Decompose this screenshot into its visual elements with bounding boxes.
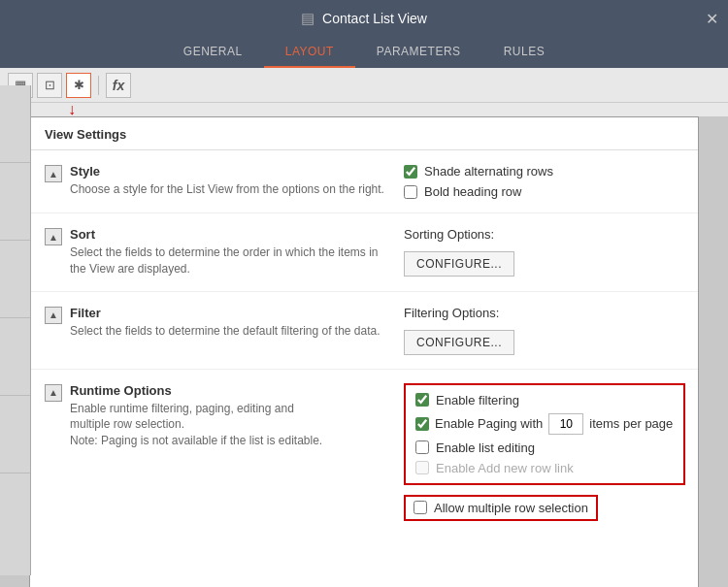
sort-right: Sorting Options: CONFIGURE... <box>394 227 683 277</box>
filter-collapse-button[interactable]: ▲ <box>45 307 62 324</box>
bold-heading-label: Bold heading row <box>424 184 521 199</box>
style-description: Choose a style for the List View from th… <box>70 181 394 198</box>
style-right: Shade alternating rows Bold heading row <box>394 164 683 199</box>
style-collapse-button[interactable]: ▲ <box>45 165 62 182</box>
enable-paging-row: Enable Paging with items per page <box>415 413 674 435</box>
enable-filtering-row: Enable filtering <box>415 393 674 408</box>
fx-button[interactable]: fx <box>106 73 131 98</box>
enable-list-editing-checkbox[interactable] <box>415 440 429 454</box>
filter-right: Filtering Options: CONFIGURE... <box>394 306 683 355</box>
runtime-label-group: Runtime Options Enable runtime filtering… <box>70 383 394 449</box>
sort-section: ▲ Sort Select the fields to determine th… <box>30 213 698 292</box>
tab-bar: GENERAL LAYOUT PARAMETERS RULES <box>0 37 728 68</box>
sorting-options-label: Sorting Options: <box>404 227 683 242</box>
paging-value-input[interactable] <box>548 413 583 435</box>
sort-description: Select the fields to determine the order… <box>70 245 394 277</box>
dialog-title: Contact List View <box>322 11 427 26</box>
left-panel <box>0 85 31 575</box>
arrow-indicator: ↓ <box>0 103 728 116</box>
arrow-down-icon: ↓ <box>68 102 76 117</box>
tab-general[interactable]: GENERAL <box>162 37 264 68</box>
sort-left: ▲ Sort Select the fields to determine th… <box>45 227 394 277</box>
enable-add-new-row-row: Enable Add new row link <box>415 461 674 475</box>
shade-alternating-checkbox[interactable] <box>404 165 417 179</box>
filter-left: ▲ Filter Select the fields to determine … <box>45 306 394 340</box>
filter-section: ▲ Filter Select the fields to determine … <box>30 292 698 370</box>
image-view-button[interactable]: ⊡ <box>37 73 62 98</box>
allow-multiple-container: Allow multiple row selection <box>404 491 685 521</box>
runtime-title: Runtime Options <box>70 383 394 398</box>
enable-filtering-label: Enable filtering <box>436 393 519 408</box>
paging-suffix-label: items per page <box>589 416 673 431</box>
runtime-section: ▲ Runtime Options Enable runtime filteri… <box>30 370 698 535</box>
style-section: ▲ Style Choose a style for the List View… <box>30 150 698 213</box>
allow-multiple-row-checkbox[interactable] <box>414 501 427 514</box>
shade-alternating-row: Shade alternating rows <box>404 164 683 179</box>
filter-title: Filter <box>70 306 394 320</box>
enable-filtering-checkbox[interactable] <box>415 393 429 407</box>
style-title: Style <box>70 164 394 179</box>
close-button[interactable]: ✕ <box>706 10 718 28</box>
allow-multiple-row-label: Allow multiple row selection <box>434 501 588 515</box>
sort-label-group: Sort Select the fields to determine the … <box>70 227 394 277</box>
sort-title: Sort <box>70 227 394 242</box>
enable-add-new-row-checkbox <box>415 461 429 474</box>
enable-list-editing-row: Enable list editing <box>415 440 674 455</box>
sort-configure-button[interactable]: CONFIGURE... <box>404 251 514 277</box>
runtime-left: ▲ Runtime Options Enable runtime filteri… <box>45 383 394 449</box>
toolbar: ▦ ⊡ ✱ fx <box>0 68 728 103</box>
runtime-collapse-button[interactable]: ▲ <box>45 384 62 402</box>
runtime-description: Enable runtime filtering, paging, editin… <box>70 401 394 449</box>
sort-collapse-button[interactable]: ▲ <box>45 228 62 245</box>
bold-heading-row: Bold heading row <box>404 184 683 199</box>
filter-description: Select the fields to determine the defau… <box>70 323 394 340</box>
bold-heading-checkbox[interactable] <box>404 185 417 199</box>
view-icon: ▤ <box>301 10 314 27</box>
style-label-group: Style Choose a style for the List View f… <box>70 164 394 198</box>
gear-button[interactable]: ✱ <box>66 73 91 98</box>
toolbar-separator <box>98 76 99 95</box>
shade-alternating-label: Shade alternating rows <box>424 164 553 179</box>
enable-add-new-row-label: Enable Add new row link <box>436 461 574 475</box>
tab-layout[interactable]: LAYOUT <box>264 37 355 68</box>
tab-rules[interactable]: RULES <box>482 37 567 68</box>
filtering-options-label: Filtering Options: <box>404 306 683 320</box>
filter-configure-button[interactable]: CONFIGURE... <box>404 330 514 355</box>
style-left: ▲ Style Choose a style for the List View… <box>45 164 394 198</box>
enable-paging-label: Enable Paging with <box>435 416 543 431</box>
title-bar: ▤ Contact List View ✕ <box>0 0 728 37</box>
main-content: View Settings ▲ Style Choose a style for… <box>29 116 699 587</box>
runtime-highlight-box: Enable filtering Enable Paging with item… <box>404 383 685 485</box>
tab-parameters[interactable]: PARAMETERS <box>355 37 482 68</box>
filter-label-group: Filter Select the fields to determine th… <box>70 306 394 340</box>
enable-list-editing-label: Enable list editing <box>436 440 535 455</box>
view-settings-header: View Settings <box>30 117 698 150</box>
runtime-right: Enable filtering Enable Paging with item… <box>394 383 685 521</box>
enable-paging-checkbox[interactable] <box>415 417 429 431</box>
allow-multiple-highlight-box: Allow multiple row selection <box>404 495 598 521</box>
